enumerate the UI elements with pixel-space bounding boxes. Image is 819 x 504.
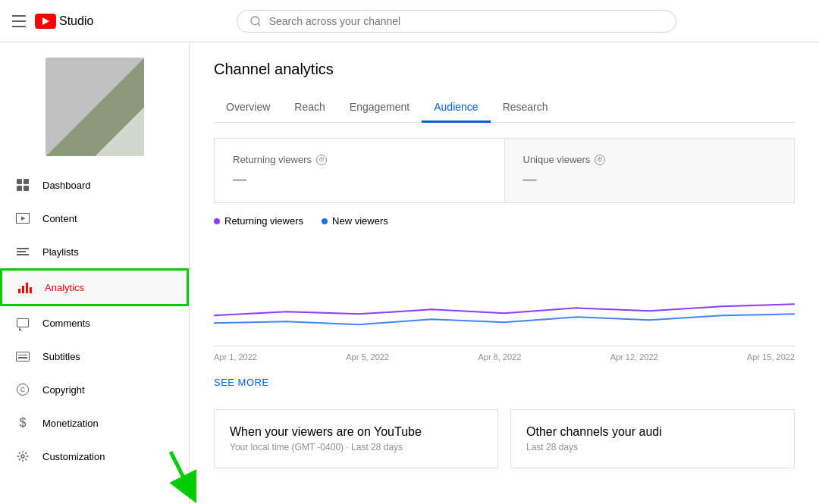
analytics-label: Analytics (45, 282, 84, 293)
sidebar: Dashboard Content Playlists (0, 42, 190, 504)
metric-unique-viewers: Unique viewers ⏱ — (505, 139, 795, 202)
metric-returning-viewers: Returning viewers ⏱ — (215, 139, 505, 202)
search-input[interactable] (269, 15, 664, 27)
svg-point-0 (251, 17, 259, 25)
x-axis: Apr 1, 2022 Apr 5, 2022 Apr 8, 2022 Apr … (214, 346, 795, 368)
analytics-icon (17, 280, 33, 295)
sidebar-item-customization[interactable]: Customization (0, 440, 189, 473)
sidebar-item-copyright[interactable]: C Copyright (0, 373, 189, 406)
subtitles-icon (15, 349, 30, 364)
see-more-button[interactable]: SEE MORE (214, 368, 795, 397)
clock-icon: ⏱ (316, 155, 327, 165)
chart-legend: Returning viewers New viewers (214, 203, 795, 233)
x-label-0: Apr 1, 2022 (214, 352, 257, 362)
dashboard-icon (15, 177, 30, 193)
when-viewers-subtitle: Your local time (GMT -0400) · Last 28 da… (230, 442, 482, 452)
other-channels-title: Other channels your audi (526, 425, 779, 439)
tab-research[interactable]: Research (491, 93, 560, 123)
comments-label: Comments (42, 318, 90, 329)
monetization-icon: $ (15, 415, 30, 430)
sidebar-item-comments[interactable]: Comments (0, 306, 189, 340)
returning-viewers-value: — (233, 171, 486, 187)
svg-line-1 (258, 23, 260, 26)
customization-icon (15, 449, 30, 464)
unique-viewers-title: Unique viewers ⏱ (523, 154, 777, 165)
header: Studio (0, 0, 819, 42)
legend-label-new: New viewers (332, 215, 388, 227)
playlists-icon (15, 244, 30, 259)
playlists-label: Playlists (42, 246, 79, 258)
comments-icon (15, 315, 30, 330)
logo: Studio (35, 14, 93, 29)
when-viewers-title: When your viewers are on YouTube (230, 425, 482, 439)
page-title: Channel analytics (214, 61, 795, 78)
search-bar[interactable] (237, 10, 676, 33)
content-icon (15, 211, 30, 226)
x-label-2: Apr 8, 2022 (478, 352, 521, 362)
youtube-icon (35, 14, 56, 29)
content-label: Content (42, 213, 77, 224)
clock-icon-2: ⏱ (595, 155, 605, 165)
avatar-image (46, 58, 144, 156)
legend-returning: Returning viewers (214, 215, 303, 227)
sidebar-item-content[interactable]: Content (0, 202, 189, 235)
monetization-label: Monetization (42, 418, 99, 429)
tab-audience[interactable]: Audience (422, 93, 490, 123)
legend-dot-returning (214, 218, 220, 224)
dashboard-label: Dashboard (42, 180, 91, 191)
sidebar-item-monetization[interactable]: $ Monetization (0, 406, 189, 440)
main-wrapper: Dashboard Content Playlists (0, 42, 819, 504)
svg-point-2 (21, 455, 24, 458)
other-channels-subtitle: Last 28 days (526, 442, 779, 452)
copyright-label: Copyright (42, 384, 85, 396)
legend-dot-new (322, 218, 328, 224)
returning-viewers-title: Returning viewers ⏱ (233, 154, 486, 165)
bottom-card-other-channels: Other channels your audi Last 28 days (510, 409, 795, 468)
sidebar-item-dashboard[interactable]: Dashboard (0, 168, 189, 202)
sidebar-item-subtitles[interactable]: Subtitles (0, 340, 189, 373)
channel-avatar (0, 42, 189, 168)
unique-viewers-value: — (523, 171, 777, 187)
chart-area (214, 233, 795, 346)
x-label-3: Apr 12, 2022 (610, 352, 658, 362)
legend-new: New viewers (322, 215, 388, 227)
x-label-4: Apr 15, 2022 (747, 352, 795, 362)
sidebar-item-playlists[interactable]: Playlists (0, 235, 189, 268)
tabs-bar: Overview Reach Engagement Audience Resea… (214, 93, 795, 123)
bottom-cards: When your viewers are on YouTube Your lo… (214, 409, 795, 468)
tab-reach[interactable]: Reach (282, 93, 337, 123)
search-icon (249, 15, 262, 27)
subtitles-label: Subtitles (42, 351, 80, 362)
bottom-card-when-viewers: When your viewers are on YouTube Your lo… (214, 409, 498, 468)
legend-label-returning: Returning viewers (224, 215, 303, 227)
metrics-row: Returning viewers ⏱ — Unique viewers ⏱ — (214, 138, 795, 203)
hamburger-menu[interactable] (12, 15, 26, 27)
main-content: Channel analytics Overview Reach Engagem… (190, 42, 819, 504)
copyright-icon: C (15, 382, 30, 397)
chart-svg (214, 233, 795, 346)
x-label-1: Apr 5, 2022 (346, 352, 389, 362)
tab-overview[interactable]: Overview (214, 93, 282, 123)
customization-label: Customization (42, 451, 105, 462)
sidebar-item-analytics[interactable]: Analytics (0, 268, 189, 306)
studio-label: Studio (59, 14, 93, 28)
tab-engagement[interactable]: Engagement (337, 93, 422, 123)
header-left: Studio (12, 14, 93, 29)
